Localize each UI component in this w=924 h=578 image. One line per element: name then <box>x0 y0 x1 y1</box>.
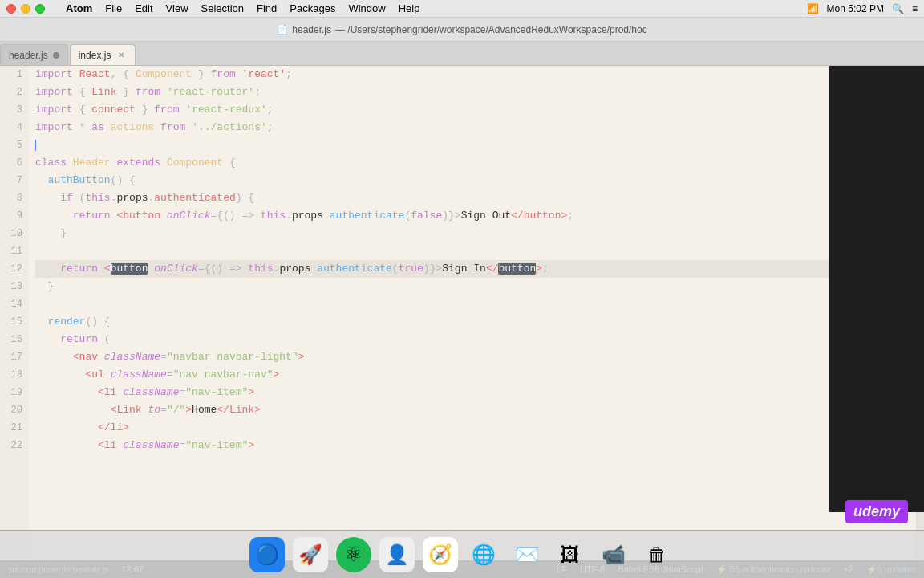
tab-index-label: index.js <box>79 50 111 61</box>
maximize-button[interactable] <box>35 4 45 14</box>
editor-area: 1 2 3 4 5 6 7 8 9 10 11 12 13 14 15 16 1… <box>0 66 924 560</box>
line-num-2: 2 <box>0 83 22 101</box>
code-line-13: } <box>35 278 916 295</box>
dock-facetime[interactable]: 📹 <box>596 537 631 572</box>
line-num-13: 13 <box>0 278 22 295</box>
tab-header[interactable]: header.js <box>0 44 68 65</box>
dock: 🔵 🚀 ⚛ 👤 🧭 🌐 ✉️ 🖼 📹 🗑 <box>0 530 924 578</box>
dock-mail[interactable]: ✉️ <box>509 537 545 572</box>
line-num-1: 1 <box>0 66 22 83</box>
code-line-12: return <button onClick={() => this.props… <box>35 260 916 278</box>
wifi-icon: 📶 <box>807 3 819 14</box>
traffic-lights <box>6 4 45 14</box>
dock-trash[interactable]: 🗑 <box>639 537 675 572</box>
dock-contacts[interactable]: 👤 <box>379 537 415 572</box>
udemy-logo: udemy <box>845 500 908 523</box>
code-line-21: </li> <box>35 419 916 437</box>
menu-edit[interactable]: Edit <box>135 2 152 14</box>
menu-help[interactable]: Help <box>399 2 420 14</box>
code-line-2: import { Link } from 'react-router'; <box>35 83 916 101</box>
dock-chrome[interactable]: 🌐 <box>466 537 501 572</box>
code-line-3: import { connect } from 'react-redux'; <box>35 101 916 119</box>
right-panel <box>829 66 924 512</box>
dock-finder[interactable]: 🔵 <box>249 537 285 572</box>
menu-view[interactable]: View <box>166 2 188 14</box>
tab-header-label: header.js <box>9 50 48 61</box>
line-num-7: 7 <box>0 172 22 189</box>
menu-selection[interactable]: Selection <box>201 2 244 14</box>
file-icon: 📄 <box>277 24 288 35</box>
code-line-10: } <box>35 225 916 242</box>
line-numbers: 1 2 3 4 5 6 7 8 9 10 11 12 13 14 15 16 1… <box>0 66 29 560</box>
line-num-8: 8 <box>0 189 22 207</box>
menu-bar: Atom File Edit View Selection Find Packa… <box>0 0 924 18</box>
tab-index[interactable]: index.js ✕ <box>70 44 136 65</box>
close-button[interactable] <box>6 4 16 14</box>
dock-photos[interactable]: 🖼 <box>553 537 588 572</box>
line-num-12: 12 <box>0 260 22 278</box>
control-strip: ≡ <box>912 3 918 14</box>
line-num-6: 6 <box>0 154 22 172</box>
title-filename: header.js <box>292 24 331 35</box>
code-line-15: render() { <box>35 313 916 331</box>
line-num-5: 5 <box>0 136 22 154</box>
minimize-button[interactable] <box>21 4 30 14</box>
search-icon[interactable]: 🔍 <box>892 3 904 14</box>
dock-atom[interactable]: ⚛ <box>336 537 371 572</box>
line-num-15: 15 <box>0 313 22 331</box>
code-line-8: if (this.props.authenticated) { <box>35 189 916 207</box>
menu-find[interactable]: Find <box>257 2 277 14</box>
clock: Mon 5:02 PM <box>827 3 884 14</box>
line-num-14: 14 <box>0 295 22 313</box>
code-line-1: import React, { Component } from 'react'… <box>35 66 916 83</box>
code-line-4: import * as actions from '../actions'; <box>35 119 916 136</box>
code-line-5 <box>35 136 916 154</box>
code-line-11 <box>35 242 916 260</box>
code-line-16: return ( <box>35 331 916 348</box>
menu-packages[interactable]: Packages <box>290 2 335 14</box>
menu-window[interactable]: Window <box>348 2 385 14</box>
line-num-21: 21 <box>0 419 22 437</box>
code-line-9: return <button onClick={() => this.props… <box>35 207 916 225</box>
title-path: — /Users/stephengrider/workspace/Advance… <box>335 24 647 35</box>
code-line-22: <li className="nav-item"> <box>35 437 916 454</box>
menu-file[interactable]: File <box>105 2 122 14</box>
line-num-4: 4 <box>0 119 22 136</box>
title-bar: 📄 header.js — /Users/stephengrider/works… <box>0 18 924 42</box>
code-line-14 <box>35 295 916 313</box>
tab-modified-indicator <box>53 52 59 59</box>
line-num-19: 19 <box>0 384 22 401</box>
line-num-17: 17 <box>0 348 22 366</box>
code-content[interactable]: import React, { Component } from 'react'… <box>29 66 916 560</box>
line-num-20: 20 <box>0 401 22 419</box>
menu-atom[interactable]: Atom <box>66 2 92 14</box>
line-num-11: 11 <box>0 242 22 260</box>
code-line-20: <Link to="/">Home</Link> <box>35 401 916 419</box>
code-line-6: class Header extends Component { <box>35 154 916 172</box>
code-line-18: <ul className="nav navbar-nav"> <box>35 366 916 384</box>
line-num-16: 16 <box>0 331 22 348</box>
line-num-10: 10 <box>0 225 22 242</box>
dock-safari[interactable]: 🧭 <box>423 537 458 572</box>
dock-launchpad[interactable]: 🚀 <box>293 537 328 572</box>
code-line-17: <nav className="navbar navbar-light"> <box>35 348 916 366</box>
line-num-22: 22 <box>0 437 22 454</box>
line-num-9: 9 <box>0 207 22 225</box>
code-line-7: authButton() { <box>35 172 916 189</box>
tab-close-button[interactable]: ✕ <box>116 50 127 61</box>
line-num-18: 18 <box>0 366 22 384</box>
tab-bar: header.js index.js ✕ <box>0 42 924 66</box>
line-num-3: 3 <box>0 101 22 119</box>
code-line-19: <li className="nav-item"> <box>35 384 916 401</box>
